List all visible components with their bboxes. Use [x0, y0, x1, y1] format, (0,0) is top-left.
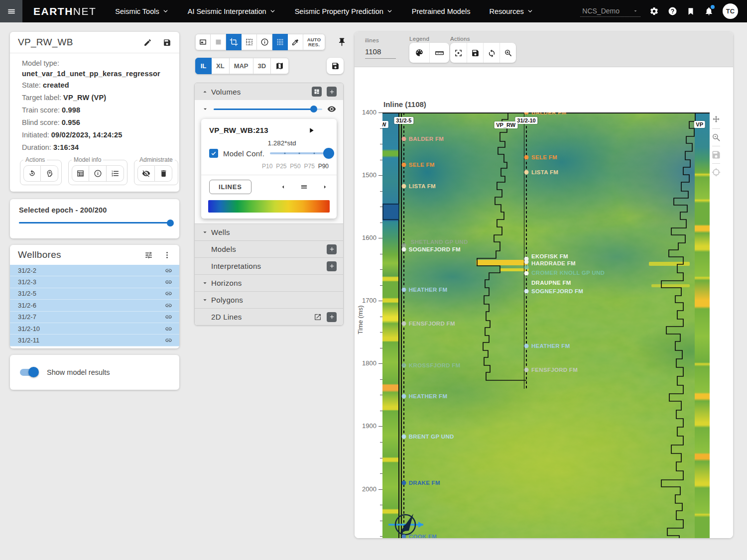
opacity-button[interactable] [211, 34, 226, 50]
save-snapshot-icon[interactable] [711, 150, 721, 160]
model-log-button[interactable] [107, 165, 124, 182]
play-expand-icon[interactable] [307, 126, 315, 134]
formation-marker [401, 363, 406, 368]
nav-ai-seismic-interpretation[interactable]: AI Seismic Interpretation [188, 7, 276, 15]
crop-button[interactable] [226, 34, 242, 50]
zoom-reset-button[interactable] [499, 43, 516, 63]
section-2d-lines[interactable]: 2D Lines [195, 308, 343, 325]
link-icon[interactable] [165, 290, 172, 297]
wellbore-row[interactable]: 31/2-5 [10, 288, 179, 300]
section-wells[interactable]: Wells [195, 224, 343, 240]
next-slice-icon[interactable] [321, 183, 329, 191]
redeploy-button[interactable] [23, 165, 41, 182]
auto-res-button[interactable]: AUTO RES. [303, 34, 325, 50]
predict-button[interactable] [41, 165, 58, 182]
models-add-button[interactable] [327, 244, 337, 254]
notifications-bell-icon[interactable] [704, 6, 714, 16]
wellbore-row[interactable]: 31/2-11 [10, 335, 179, 346]
volumes-grid-button[interactable] [312, 87, 322, 97]
external-link-icon[interactable] [314, 313, 322, 321]
refresh-loop-button[interactable] [483, 43, 499, 63]
grid-icon [314, 89, 320, 95]
section-polygons[interactable]: Polygons [195, 291, 343, 308]
wellbore-row[interactable]: 31/2-6 [10, 300, 179, 311]
section-volumes[interactable]: Volumes [195, 83, 343, 100]
tab-map-view[interactable] [271, 58, 289, 74]
link-icon[interactable] [165, 278, 172, 286]
prev-slice-icon[interactable] [279, 183, 287, 191]
section-horizons[interactable]: Horizons [195, 274, 343, 291]
chevron-down-icon [201, 228, 211, 236]
percentile-slider[interactable] [270, 152, 329, 154]
nav-seismic-tools[interactable]: Seismic Tools [115, 7, 168, 15]
palette-button[interactable] [409, 43, 429, 63]
save-view-button[interactable] [327, 58, 344, 74]
eyedropper-button[interactable] [288, 34, 303, 50]
zoom-icon[interactable] [711, 132, 721, 142]
tab-map[interactable]: MAP [230, 58, 253, 74]
dot-grid-button[interactable] [272, 34, 288, 50]
formation-marker [401, 162, 406, 167]
info-button[interactable] [257, 34, 272, 50]
formation-marker [524, 260, 529, 264]
section-models[interactable]: Models [195, 240, 343, 257]
tab-xl[interactable]: XL [212, 58, 230, 74]
filter-tune-icon[interactable] [144, 251, 153, 259]
nav-seismic-property-prediction[interactable]: Seismic Property Prediction [295, 7, 393, 15]
show-model-results-toggle[interactable] [20, 369, 38, 376]
wellbore-row[interactable]: 31/2-2 [10, 265, 179, 276]
link-icon[interactable] [165, 336, 172, 344]
delete-button[interactable] [155, 165, 172, 182]
slice-menu-icon[interactable] [300, 183, 308, 191]
help-icon[interactable] [668, 6, 677, 16]
compass-icon [388, 514, 423, 535]
pip-view-button[interactable] [195, 34, 211, 50]
edit-pencil-icon[interactable] [143, 38, 152, 47]
save-image-button[interactable] [467, 43, 483, 63]
tab-3d[interactable]: 3D [253, 58, 271, 74]
model-info-button[interactable] [89, 165, 107, 182]
volume-opacity-slider[interactable] [214, 109, 322, 110]
link-icon[interactable] [165, 302, 172, 309]
model-conf-checkbox[interactable] [209, 149, 218, 158]
ilines-button[interactable]: ILINES [209, 180, 251, 194]
link-icon[interactable] [165, 325, 172, 333]
save-icon[interactable] [163, 38, 171, 47]
epoch-slider[interactable] [19, 222, 170, 224]
pan-move-icon[interactable] [711, 115, 721, 125]
volumes-add-button[interactable] [327, 87, 337, 97]
link-icon[interactable] [165, 313, 172, 321]
wellbore-row[interactable]: 31/2-7 [10, 312, 179, 323]
kebab-menu-icon[interactable] [163, 251, 171, 259]
nav-pretrained-models[interactable]: Pretrained Models [412, 7, 471, 15]
center-focus-button[interactable] [450, 43, 467, 63]
model-table-button[interactable] [72, 165, 89, 182]
menu-icon[interactable] [0, 0, 22, 22]
formation-marker [524, 271, 529, 275]
link-icon[interactable] [165, 267, 172, 274]
bookmark-icon[interactable] [686, 7, 695, 16]
settings-gear-icon[interactable] [649, 6, 659, 16]
formation-marker [401, 247, 406, 251]
seismic-section[interactable]: 31/2-5BALDER FMSELE FMLISTA FMSHETLAND G… [382, 112, 710, 538]
interpretations-add-button[interactable] [327, 261, 337, 271]
collapse-caret-icon[interactable] [202, 106, 209, 112]
section-interpretations[interactable]: Interpretations [195, 257, 343, 274]
grid-dashed-button[interactable] [242, 34, 257, 50]
wellbore-row[interactable]: 31/2-3 [10, 276, 179, 288]
ruler-button[interactable] [429, 43, 449, 63]
top-nav: EARTHNET Seismic Tools AI Seismic Interp… [0, 0, 747, 22]
hide-button[interactable] [137, 165, 155, 182]
pin-button[interactable] [333, 34, 350, 50]
workspace-select[interactable]: NCS_Demo [580, 6, 640, 17]
avatar[interactable]: TC [723, 3, 738, 19]
nav-resources[interactable]: Resources [489, 7, 533, 15]
ilines-input[interactable]: 1108 [365, 47, 381, 56]
administrate-group: Administrate [134, 156, 178, 185]
reset-crosshair-icon[interactable] [711, 167, 721, 177]
2d-lines-add-button[interactable] [327, 312, 337, 322]
wellbore-row[interactable]: 31/2-10 [10, 323, 179, 335]
visibility-eye-icon[interactable] [327, 105, 336, 113]
tab-il[interactable]: IL [195, 58, 212, 74]
view-toolbar: AUTO RES. [195, 34, 350, 50]
